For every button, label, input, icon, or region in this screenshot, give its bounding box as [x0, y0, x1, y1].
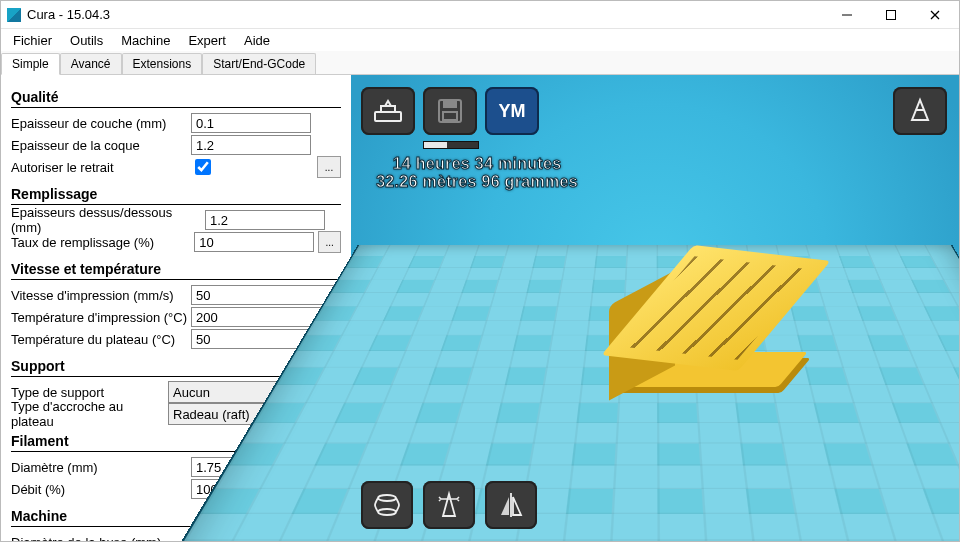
support-type-label: Type de support [11, 385, 164, 400]
share-youmagine-button[interactable]: YM [485, 87, 539, 135]
save-gcode-button[interactable] [423, 87, 477, 135]
svg-point-11 [378, 509, 396, 515]
slice-progress-fill [424, 142, 447, 148]
layer-height-input[interactable] [191, 113, 311, 133]
nozzle-label: Diamètre de la buse (mm) [11, 535, 187, 542]
print-speed-input[interactable] [191, 285, 336, 305]
fill-density-input[interactable] [194, 232, 314, 252]
tab-advanced[interactable]: Avancé [60, 53, 122, 74]
menu-expert[interactable]: Expert [180, 31, 234, 50]
view-mode-button[interactable] [893, 87, 947, 135]
settings-tabs: Simple Avancé Extensions Start/End-GCode [1, 51, 959, 75]
layer-height-label: Epaisseur de couche (mm) [11, 116, 187, 131]
adhesion-type-label: Type d'accroche au plateau [11, 399, 164, 429]
rotate-tool-button[interactable] [361, 481, 413, 529]
flow-label: Débit (%) [11, 482, 187, 497]
window-maximize-button[interactable] [869, 1, 913, 29]
section-quality-heading: Qualité [11, 89, 341, 105]
menu-help[interactable]: Aide [236, 31, 278, 50]
slice-progress [423, 141, 479, 149]
svg-point-10 [378, 495, 396, 501]
bed-temp-label: Température du plateau (°C) [11, 332, 187, 347]
window-title: Cura - 15.04.3 [27, 7, 110, 22]
fill-density-more-button[interactable]: ... [318, 231, 341, 253]
menubar: Fichier Outils Machine Expert Aide [1, 29, 959, 51]
app-icon [7, 8, 21, 22]
window-minimize-button[interactable] [825, 1, 869, 29]
estimate-material: 32.26 mètres 96 grammes [357, 173, 597, 191]
print-speed-label: Vitesse d'impression (mm/s) [11, 288, 187, 303]
svg-rect-4 [375, 112, 401, 121]
loaded-model[interactable] [631, 233, 821, 393]
tab-extensions[interactable]: Extensions [122, 53, 203, 74]
tab-simple[interactable]: Simple [1, 53, 60, 75]
svg-rect-6 [443, 100, 457, 108]
menu-machine[interactable]: Machine [113, 31, 178, 50]
window-titlebar: Cura - 15.04.3 [1, 1, 959, 29]
print-temp-label: Température d'impression (°C) [11, 310, 187, 325]
filament-diameter-label: Diamètre (mm) [11, 460, 187, 475]
scale-tool-button[interactable] [423, 481, 475, 529]
shell-thickness-label: Epaisseur de la coque [11, 138, 187, 153]
retraction-checkbox[interactable] [195, 159, 211, 175]
mirror-tool-button[interactable] [485, 481, 537, 529]
retraction-more-button[interactable]: ... [317, 156, 341, 178]
divider [11, 107, 341, 108]
menu-file[interactable]: Fichier [5, 31, 60, 50]
open-file-button[interactable] [361, 87, 415, 135]
window-close-button[interactable] [913, 1, 957, 29]
svg-rect-7 [443, 112, 457, 120]
top-bottom-label: Epaisseurs dessus/dessous (mm) [11, 205, 201, 235]
svg-rect-1 [887, 10, 896, 19]
shell-thickness-input[interactable] [191, 135, 311, 155]
menu-tools[interactable]: Outils [62, 31, 111, 50]
fill-density-label: Taux de remplissage (%) [11, 235, 190, 250]
top-bottom-input[interactable] [205, 210, 325, 230]
divider [11, 279, 341, 280]
ym-label: YM [499, 101, 526, 122]
print-estimate: 14 heures 34 minutes 32.26 mètres 96 gra… [357, 155, 597, 191]
estimate-time: 14 heures 34 minutes [357, 155, 597, 173]
retraction-label: Autoriser le retrait [11, 160, 187, 175]
section-speed-heading: Vitesse et température [11, 261, 341, 277]
section-fill-heading: Remplissage [11, 186, 341, 202]
tab-start-end-gcode[interactable]: Start/End-GCode [202, 53, 316, 74]
3d-viewport[interactable]: YM 14 heures 34 minutes 32.26 mètres 96 … [351, 75, 959, 541]
